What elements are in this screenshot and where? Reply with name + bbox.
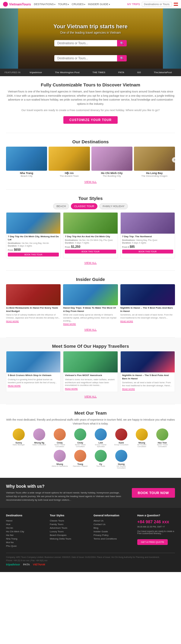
team-member-role: Operation Support xyxy=(71,465,89,467)
team-member-role: Group Consultant xyxy=(112,444,130,446)
footer-link[interactable]: Adventure Tours xyxy=(50,527,87,529)
insider-read-more[interactable]: READ MORE xyxy=(6,320,61,322)
nav-my-trips[interactable]: MY TRIPS xyxy=(127,3,140,6)
list-item: Hội An The Ancient Town xyxy=(49,147,90,177)
tour-duration: Duration: 5 days 4 nights xyxy=(122,242,173,244)
footer-link[interactable]: Classic Tours xyxy=(50,519,87,522)
team-member: Huong HA Tourism Consultant xyxy=(112,450,130,469)
customizable-section: Fully Customizable Tours to Discover Vie… xyxy=(0,76,181,133)
tour-title: 7 Day Trip Hoi An And Ho Chi Minh City xyxy=(65,235,116,238)
traveller-read-more[interactable]: READ MORE xyxy=(122,388,173,390)
footer-link[interactable]: Hoi An xyxy=(6,527,44,529)
dest-sub: Beach City xyxy=(6,175,47,177)
customize-tour-button[interactable]: CUSTOMIZE YOUR TOUR xyxy=(63,116,118,124)
list-item: Ho Chi Minh City The Bustling City xyxy=(91,147,132,177)
insider-read-more[interactable]: READ MORE xyxy=(120,320,175,322)
footer-link[interactable]: Nha Trang xyxy=(6,537,44,540)
team-member-role: Senior Travel Consultant xyxy=(153,444,171,447)
team-member: Cindy Senior Travel Consultant xyxy=(51,428,69,447)
nav-search-input[interactable] xyxy=(142,2,172,7)
traveller-read-more[interactable]: READ MORE xyxy=(8,385,59,387)
featured-label: FEATURED IN xyxy=(5,71,21,74)
insider-read-more[interactable]: READ MORE xyxy=(63,323,118,325)
destinations-next-btn[interactable]: › xyxy=(172,157,177,163)
travellers-view-all[interactable]: VIEW ALL xyxy=(6,395,175,398)
footer-link[interactable]: Beach Escapes xyxy=(50,534,87,537)
team-member: Hao Tran Senior Travel Consultant xyxy=(153,428,171,447)
hero-section: Your Vietnam trip starts here One of the… xyxy=(0,8,181,69)
featured-logo-tripadvisor: tripadvisor xyxy=(30,71,42,74)
traveller-read-more[interactable]: READ MORE xyxy=(65,388,116,390)
footer-link[interactable]: Ha Noi xyxy=(6,534,44,537)
footer-link[interactable]: Hue xyxy=(6,523,44,526)
insider-view-all[interactable]: VIEW ALL xyxy=(6,328,175,331)
footer-link[interactable]: Luxury Tours xyxy=(50,530,87,533)
team-member-name: Trang xyxy=(71,463,89,465)
why-book-desc: Vietnam Tours offer a wide range of trav… xyxy=(6,491,126,502)
book-tour-btn[interactable]: BOOK THIS TOUR xyxy=(8,253,59,257)
footer-link[interactable]: Privacy Policy xyxy=(94,534,131,537)
footer-link[interactable]: Mui Ne xyxy=(6,541,44,544)
footer-link[interactable]: Insider Guide xyxy=(94,530,131,533)
footer-general-col: General Information About Us Contact Us … xyxy=(94,514,131,548)
footer-link[interactable]: Blog xyxy=(94,527,131,529)
hero-search-input[interactable] xyxy=(54,40,117,46)
featured-logo-go: GO xyxy=(137,71,141,74)
hero-search-btn[interactable]: 🔍 xyxy=(117,40,127,46)
featured-logo-pata: PATA xyxy=(118,71,124,74)
hero-search-btn-2[interactable]: 🔍 xyxy=(117,55,127,61)
customizable-text: VietnamTours is one of the leading trave… xyxy=(6,90,175,106)
insider-text: Sometimes, we all need a taste of back h… xyxy=(120,313,175,319)
insider-card: Nightlife In Hanoi – The 5 Best Pubs And… xyxy=(120,284,175,325)
footer-link[interactable]: Family Tours xyxy=(50,523,87,526)
featured-bar: FEATURED IN tripadvisor The Washington P… xyxy=(0,69,181,76)
book-tour-btn[interactable]: BOOK THIS TOUR xyxy=(65,250,116,254)
tab-beach[interactable]: BEACH xyxy=(53,203,69,209)
flag-icon xyxy=(174,3,178,6)
happy-travellers-section: Meet Some Of Our Happy Travellers 5 Best… xyxy=(0,338,181,404)
team-member-role: Tour Guide xyxy=(92,465,110,467)
insider-guide-section: Insider Guide 11 Best Restaurants In Han… xyxy=(0,271,181,337)
footer-link[interactable]: Contact Us xyxy=(94,523,131,526)
traveller-card: Vietnam's Five MOST Awestruck Vietnam's … xyxy=(63,351,118,392)
get-free-quote-button[interactable]: GET A FREE QUOTE xyxy=(137,539,168,545)
featured-logos: tripadvisor The Washington Post THE TIME… xyxy=(25,71,176,74)
footer-phone: +84 987 246 xxx xyxy=(137,519,175,524)
book-tour-now-button[interactable]: BOOK TOUR NOW xyxy=(132,488,175,498)
tour-title: 7 Day Trip: The Northwest xyxy=(122,235,173,238)
nav-insider[interactable]: INSIDER GUIDE xyxy=(88,3,110,6)
hero-search-input-2[interactable] xyxy=(54,55,117,61)
footer-contact-text: Our travel experts are ready to create a… xyxy=(137,530,175,534)
footer-col-title: Destinations xyxy=(6,514,44,517)
team-section: Meet Our Team With the most dedicated, f… xyxy=(0,404,181,478)
why-book-text-block: Why book with us? Vietnam Tours offer a … xyxy=(6,484,126,502)
team-member-name: Linh xyxy=(92,442,110,444)
footer-col-title: Tour Styles xyxy=(50,514,87,517)
destinations-view-all[interactable]: VIEW ALL xyxy=(6,180,175,183)
list-item: Nha Trang Beach City xyxy=(6,147,47,177)
insider-title: Nightlife In Hanoi – The 5 Best Pubs And… xyxy=(120,306,175,313)
tab-classic[interactable]: CLASSIC TOUR xyxy=(71,203,97,209)
why-book-title: Why book with us? xyxy=(6,484,126,489)
tours-view-all[interactable]: VIEW ALL xyxy=(6,261,175,264)
footer-link[interactable]: Ho Chi Minh City xyxy=(6,530,44,533)
nav-destinations[interactable]: DESTINATIONS xyxy=(34,3,56,6)
footer-link[interactable]: Hanoi xyxy=(6,519,44,522)
footer-destinations-col: Destinations Hanoi Hue Hoi An Ho Chi Min… xyxy=(6,514,44,548)
footer-link[interactable]: Mekong Delta Tours xyxy=(50,537,87,540)
footer-link[interactable]: About Us xyxy=(94,519,131,522)
team-member-name: Nhung Ng xyxy=(30,442,48,444)
footer-link[interactable]: Phu Quoc xyxy=(6,545,44,547)
footer-link[interactable]: Terms and Conditions xyxy=(94,537,131,540)
tab-family[interactable]: FAMILY HOLIDAY xyxy=(99,203,128,209)
featured-logo-jakarta: TheJakartaPost xyxy=(154,71,172,74)
team-grid: Sunny Sales Manager Nhung Ng Sales Consu… xyxy=(6,428,175,469)
team-member: Nhung HA Tourism Consultant xyxy=(133,428,151,447)
book-tour-btn[interactable]: BOOK THIS TOUR xyxy=(122,250,173,254)
tripadvisor-logo: tripadvisor xyxy=(6,563,20,566)
nav-right: MY TRIPS xyxy=(127,2,178,7)
nav-cruises[interactable]: CRUISES xyxy=(71,3,85,6)
nav-tours[interactable]: TOURS xyxy=(58,3,69,6)
logo[interactable]: VietnamTours xyxy=(3,2,31,7)
why-book-section: Why book with us? Vietnam Tours offer a … xyxy=(0,478,181,508)
